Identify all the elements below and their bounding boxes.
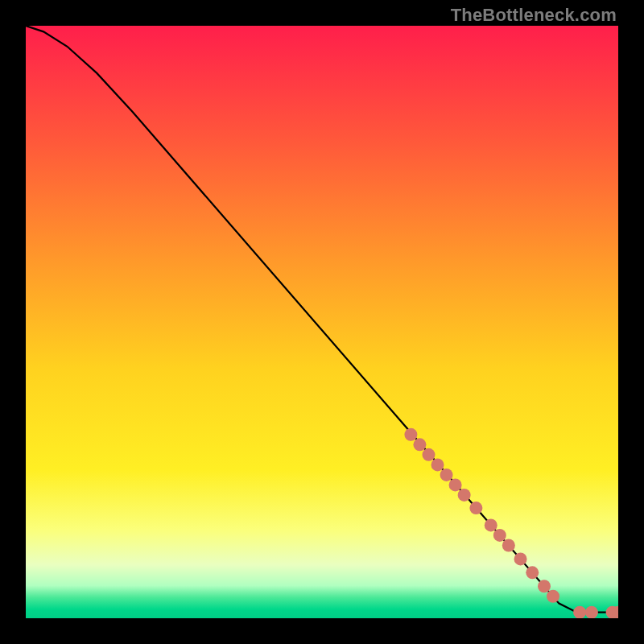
data-marker bbox=[404, 428, 417, 441]
data-marker bbox=[493, 529, 506, 542]
data-marker bbox=[431, 458, 444, 471]
data-marker bbox=[449, 478, 462, 491]
data-marker bbox=[526, 566, 539, 579]
data-marker bbox=[514, 552, 527, 565]
data-marker bbox=[469, 502, 482, 514]
gradient-background bbox=[26, 26, 618, 618]
plot-svg bbox=[26, 26, 618, 618]
data-marker bbox=[440, 469, 453, 481]
data-marker bbox=[573, 606, 586, 618]
chart-frame: TheBottleneck.com bbox=[0, 0, 644, 644]
plot-area bbox=[26, 26, 618, 618]
data-marker bbox=[458, 489, 471, 502]
data-marker bbox=[422, 448, 435, 461]
data-marker bbox=[502, 539, 515, 551]
data-marker bbox=[538, 580, 551, 592]
data-marker bbox=[585, 606, 598, 618]
data-marker bbox=[547, 590, 559, 603]
watermark-label: TheBottleneck.com bbox=[451, 5, 617, 26]
data-marker bbox=[485, 518, 497, 531]
data-marker bbox=[413, 438, 426, 451]
